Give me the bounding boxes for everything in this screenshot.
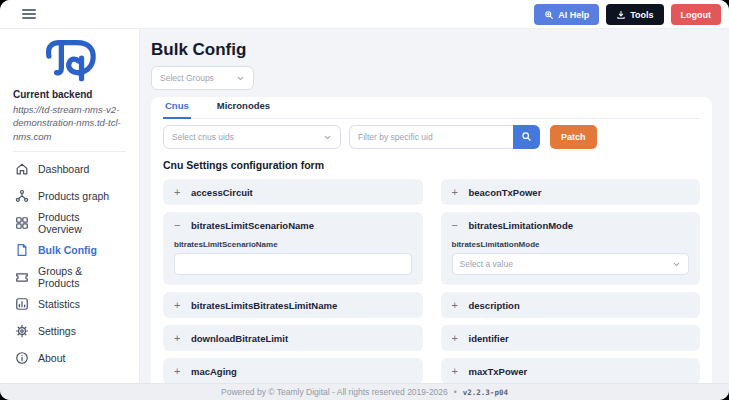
plus-icon: +	[174, 300, 182, 311]
sidebar-item-products-overview[interactable]: Products Overview	[13, 210, 126, 237]
tab-micronodes[interactable]: Micronodes	[215, 100, 272, 119]
accordion-header[interactable]: + macAging	[163, 358, 423, 384]
cnus-uids-select[interactable]: Select cnus uids	[163, 125, 341, 149]
sidebar-item-statistics[interactable]: Statistics	[13, 291, 126, 318]
accordion-col-left: + accessCircuit − bitratesLimitScenarioN…	[163, 179, 423, 400]
sidebar-nav: Dashboard Products graph Products Overvi…	[13, 156, 126, 372]
filter-row: Select cnus uids Patch	[163, 125, 700, 149]
accordion-bitratesLimitationMode: − bitratesLimitationMode bitratesLimitat…	[441, 212, 701, 285]
accordion-header[interactable]: + bitratesLimitsBitratesLimitName	[163, 292, 423, 318]
sidebar-item-dashboard[interactable]: Dashboard	[13, 156, 126, 183]
ai-help-button[interactable]: AI Help	[534, 4, 599, 25]
gear-icon	[15, 324, 29, 338]
patch-button[interactable]: Patch	[550, 125, 597, 149]
search-button[interactable]	[513, 125, 540, 149]
accordion-accessCircuit: + accessCircuit	[163, 179, 423, 205]
plus-icon: +	[452, 187, 460, 198]
plus-icon: +	[174, 333, 182, 344]
uid-filter-group	[349, 125, 540, 149]
home-icon	[15, 162, 29, 176]
backend-url: https://td-stream-nms-v2-demonstration-n…	[13, 103, 126, 143]
plus-icon: +	[452, 333, 460, 344]
graph-icon	[15, 189, 29, 203]
app-window: AI Help Tools Logout Current backen	[0, 0, 729, 400]
tabs: Cnus Micronodes	[163, 97, 700, 119]
sidebar-item-about[interactable]: About	[13, 345, 126, 372]
tab-cnus[interactable]: Cnus	[163, 100, 191, 119]
accordion-header[interactable]: + description	[441, 292, 701, 318]
backend-label: Current backend	[13, 89, 126, 100]
field-select[interactable]: Select a value	[452, 253, 690, 275]
accordion-grid: + accessCircuit − bitratesLimitScenarioN…	[163, 179, 700, 400]
accordion-body: bitratesLimitationMode Select a value	[441, 238, 701, 285]
hamburger-menu-icon[interactable]	[22, 9, 36, 19]
sidebar: Current backend https://td-stream-nms-v2…	[0, 29, 140, 383]
chevron-down-icon	[672, 260, 681, 269]
accordion-bitratesLimitScenarioName: − bitratesLimitScenarioName bitratesLimi…	[163, 212, 423, 285]
accordion-beaconTxPower: + beaconTxPower	[441, 179, 701, 205]
sidebar-divider	[13, 151, 126, 152]
sidebar-item-settings[interactable]: Settings	[13, 318, 126, 345]
accordion-col-right: + beaconTxPower − bitratesLimitationMode…	[441, 179, 701, 400]
footer: Powered by © Teamly Digital - All rights…	[0, 383, 729, 400]
bar-chart-icon	[15, 297, 29, 311]
field-input[interactable]	[174, 253, 412, 275]
bulk-config-card: Cnus Micronodes Select cnus uids	[151, 97, 712, 400]
ticket-icon	[15, 270, 29, 284]
sidebar-item-bulk-config[interactable]: Bulk Config	[13, 237, 126, 264]
grid-icon	[15, 216, 29, 230]
search-sparkle-icon	[544, 10, 554, 20]
minus-icon: −	[174, 220, 182, 231]
accordion-header[interactable]: + beaconTxPower	[441, 179, 701, 205]
accordion-header[interactable]: + downloadBitrateLimit	[163, 325, 423, 351]
download-icon	[616, 10, 626, 20]
accordion-body: bitratesLimitScenarioName	[163, 238, 423, 285]
page-title: Bulk Config	[151, 40, 729, 60]
accordion-description: + description	[441, 292, 701, 318]
topbar: AI Help Tools Logout	[0, 0, 729, 29]
search-icon	[521, 130, 532, 145]
chevron-down-icon	[323, 133, 332, 142]
sidebar-item-groups-products[interactable]: Groups & Products	[13, 264, 126, 291]
accordion-maxTxPower: + maxTxPower	[441, 358, 701, 384]
sidebar-item-products-graph[interactable]: Products graph	[13, 183, 126, 210]
accordion-header[interactable]: + identifier	[441, 325, 701, 351]
topbar-actions: AI Help Tools Logout	[534, 4, 721, 25]
footer-text: Powered by © Teamly Digital - All rights…	[221, 387, 448, 397]
logout-button[interactable]: Logout	[671, 4, 722, 25]
app-version: v2.2.3-p04	[463, 388, 508, 397]
footer-separator: •	[454, 387, 457, 397]
plus-icon: +	[174, 366, 182, 377]
accordion-downloadBitrateLimit: + downloadBitrateLimit	[163, 325, 423, 351]
accordion-bitratesLimitsBitratesLimitName: + bitratesLimitsBitratesLimitName	[163, 292, 423, 318]
accordion-header[interactable]: + maxTxPower	[441, 358, 701, 384]
accordion-header[interactable]: + accessCircuit	[163, 179, 423, 205]
form-title: Cnu Settings configuration form	[163, 159, 700, 171]
file-icon	[15, 243, 29, 257]
accordion-macAging: + macAging	[163, 358, 423, 384]
plus-icon: +	[452, 300, 460, 311]
accordion-identifier: + identifier	[441, 325, 701, 351]
groups-select[interactable]: Select Groups	[151, 66, 254, 90]
uid-filter-input[interactable]	[349, 125, 513, 149]
plus-icon: +	[174, 187, 182, 198]
accordion-header[interactable]: − bitratesLimitScenarioName	[163, 212, 423, 238]
main-content: Bulk Config Select Groups Cnus Micronode…	[141, 29, 729, 400]
td-logo	[13, 36, 126, 84]
tools-button[interactable]: Tools	[606, 4, 663, 25]
accordion-header[interactable]: − bitratesLimitationMode	[441, 212, 701, 238]
chevron-down-icon	[236, 74, 245, 83]
minus-icon: −	[452, 220, 460, 231]
info-icon	[15, 351, 29, 365]
plus-icon: +	[452, 366, 460, 377]
